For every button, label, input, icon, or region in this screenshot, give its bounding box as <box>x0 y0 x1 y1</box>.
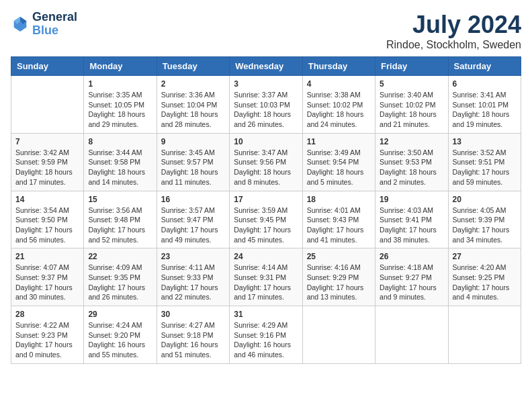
sunset-time: Sunset: 9:39 PM <box>453 216 505 224</box>
calendar-table: SundayMondayTuesdayWednesdayThursdayFrid… <box>11 56 521 364</box>
sunrise-time: Sunrise: 3:56 AM <box>88 206 142 214</box>
day-number: 17 <box>234 195 298 204</box>
week-row-1: 1Sunrise: 3:35 AMSunset: 10:05 PMDayligh… <box>11 76 521 134</box>
day-info: Sunrise: 4:07 AMSunset: 9:37 PMDaylight:… <box>15 263 79 302</box>
daylight-hours: Daylight: 18 hours and 5 minutes. <box>307 168 364 186</box>
day-info: Sunrise: 3:38 AMSunset: 10:02 PMDaylight… <box>307 90 371 130</box>
day-cell: 9Sunrise: 3:45 AMSunset: 9:57 PMDaylight… <box>157 133 229 191</box>
sunrise-time: Sunrise: 4:05 AM <box>453 206 506 214</box>
daylight-hours: Daylight: 17 hours and 56 minutes. <box>15 226 73 244</box>
day-info: Sunrise: 4:20 AMSunset: 9:25 PMDaylight:… <box>453 263 517 302</box>
day-cell: 20Sunrise: 4:05 AMSunset: 9:39 PMDayligh… <box>448 191 521 248</box>
sunset-time: Sunset: 9:48 PM <box>88 216 140 224</box>
header-cell-sunday: Sunday <box>11 57 84 76</box>
day-info: Sunrise: 3:50 AMSunset: 9:53 PMDaylight:… <box>380 148 443 187</box>
daylight-hours: Daylight: 17 hours and 59 minutes. <box>453 168 510 186</box>
sunrise-time: Sunrise: 3:44 AM <box>88 148 142 156</box>
daylight-hours: Daylight: 17 hours and 9 minutes. <box>380 283 437 302</box>
calendar-body: 1Sunrise: 3:35 AMSunset: 10:05 PMDayligh… <box>11 76 521 364</box>
day-number: 29 <box>88 310 152 319</box>
sunset-time: Sunset: 9:56 PM <box>234 158 286 166</box>
sunrise-time: Sunrise: 3:50 AM <box>380 148 433 156</box>
day-number: 1 <box>88 79 152 89</box>
sunrise-time: Sunrise: 4:16 AM <box>307 263 361 271</box>
day-number: 28 <box>15 310 79 319</box>
day-cell: 10Sunrise: 3:47 AMSunset: 9:56 PMDayligh… <box>230 133 302 191</box>
sunset-time: Sunset: 9:27 PM <box>380 273 432 281</box>
title-block: July 2024 Rindoe, Stockholm, Sweden <box>386 11 521 51</box>
sunset-time: Sunset: 9:57 PM <box>161 158 214 166</box>
sunset-time: Sunset: 9:18 PM <box>161 331 214 339</box>
day-info: Sunrise: 4:11 AMSunset: 9:33 PMDaylight:… <box>161 263 225 302</box>
day-number: 5 <box>380 79 443 89</box>
day-number: 10 <box>234 137 298 146</box>
day-info: Sunrise: 3:36 AMSunset: 10:04 PMDaylight… <box>161 90 225 130</box>
daylight-hours: Daylight: 17 hours and 49 minutes. <box>161 226 218 244</box>
day-number: 15 <box>88 195 152 204</box>
week-row-3: 14Sunrise: 3:54 AMSunset: 9:50 PMDayligh… <box>11 191 521 248</box>
day-info: Sunrise: 4:14 AMSunset: 9:31 PMDaylight:… <box>234 263 298 302</box>
day-info: Sunrise: 4:01 AMSunset: 9:43 PMDaylight:… <box>307 205 371 245</box>
sunset-time: Sunset: 9:23 PM <box>15 331 68 339</box>
day-number: 18 <box>307 195 371 204</box>
day-cell: 11Sunrise: 3:49 AMSunset: 9:54 PMDayligh… <box>302 133 375 191</box>
logo: General Blue <box>11 11 77 38</box>
header-cell-saturday: Saturday <box>448 57 521 76</box>
daylight-hours: Daylight: 17 hours and 0 minutes. <box>15 340 73 359</box>
day-info: Sunrise: 3:42 AMSunset: 9:59 PMDaylight:… <box>15 148 79 187</box>
day-number: 31 <box>234 310 298 319</box>
daylight-hours: Daylight: 18 hours and 17 minutes. <box>15 168 73 186</box>
sunset-time: Sunset: 9:25 PM <box>453 273 505 281</box>
day-info: Sunrise: 3:37 AMSunset: 10:03 PMDaylight… <box>234 90 298 130</box>
day-cell: 6Sunrise: 3:41 AMSunset: 10:01 PMDayligh… <box>448 76 521 134</box>
sunrise-time: Sunrise: 4:14 AM <box>234 263 287 271</box>
sunset-time: Sunset: 9:58 PM <box>88 158 140 166</box>
day-cell: 24Sunrise: 4:14 AMSunset: 9:31 PMDayligh… <box>230 248 302 306</box>
day-number: 23 <box>161 252 225 261</box>
day-number: 2 <box>161 79 225 89</box>
sunrise-time: Sunrise: 3:57 AM <box>161 206 215 214</box>
sunset-time: Sunset: 9:45 PM <box>234 216 286 224</box>
day-info: Sunrise: 4:09 AMSunset: 9:35 PMDaylight:… <box>88 263 152 302</box>
day-info: Sunrise: 3:54 AMSunset: 9:50 PMDaylight:… <box>15 205 79 245</box>
daylight-hours: Daylight: 17 hours and 52 minutes. <box>88 226 145 244</box>
daylight-hours: Daylight: 18 hours and 21 minutes. <box>380 110 437 128</box>
day-cell: 16Sunrise: 3:57 AMSunset: 9:47 PMDayligh… <box>157 191 229 248</box>
day-cell: 31Sunrise: 4:29 AMSunset: 9:16 PMDayligh… <box>230 306 302 364</box>
sunset-time: Sunset: 9:43 PM <box>307 216 359 224</box>
daylight-hours: Daylight: 18 hours and 24 minutes. <box>307 110 364 128</box>
day-info: Sunrise: 3:45 AMSunset: 9:57 PMDaylight:… <box>161 148 225 187</box>
day-info: Sunrise: 3:56 AMSunset: 9:48 PMDaylight:… <box>88 205 152 245</box>
day-cell: 25Sunrise: 4:16 AMSunset: 9:29 PMDayligh… <box>302 248 375 306</box>
logo-line2: Blue <box>32 24 77 38</box>
sunset-time: Sunset: 9:54 PM <box>307 158 359 166</box>
day-cell: 14Sunrise: 3:54 AMSunset: 9:50 PMDayligh… <box>11 191 84 248</box>
day-info: Sunrise: 4:16 AMSunset: 9:29 PMDaylight:… <box>307 263 371 302</box>
day-number: 16 <box>161 195 225 204</box>
daylight-hours: Daylight: 17 hours and 41 minutes. <box>307 226 364 244</box>
day-info: Sunrise: 4:24 AMSunset: 9:20 PMDaylight:… <box>88 320 152 360</box>
sunrise-time: Sunrise: 4:20 AM <box>453 263 506 271</box>
sunrise-time: Sunrise: 4:27 AM <box>161 321 215 329</box>
sunset-time: Sunset: 9:59 PM <box>15 158 68 166</box>
day-info: Sunrise: 4:03 AMSunset: 9:41 PMDaylight:… <box>380 205 443 245</box>
sunrise-time: Sunrise: 4:09 AM <box>88 263 142 271</box>
sunset-time: Sunset: 9:50 PM <box>15 216 68 224</box>
sunset-time: Sunset: 9:33 PM <box>161 273 214 281</box>
daylight-hours: Daylight: 18 hours and 8 minutes. <box>234 168 291 186</box>
day-info: Sunrise: 3:35 AMSunset: 10:05 PMDaylight… <box>88 90 152 130</box>
day-info: Sunrise: 3:44 AMSunset: 9:58 PMDaylight:… <box>88 148 152 187</box>
day-cell: 21Sunrise: 4:07 AMSunset: 9:37 PMDayligh… <box>11 248 84 306</box>
month-year: July 2024 <box>386 11 521 39</box>
header-cell-friday: Friday <box>375 57 448 76</box>
day-info: Sunrise: 3:40 AMSunset: 10:02 PMDaylight… <box>380 90 443 130</box>
daylight-hours: Daylight: 16 hours and 55 minutes. <box>88 340 145 359</box>
location: Rindoe, Stockholm, Sweden <box>386 39 521 51</box>
sunrise-time: Sunrise: 3:37 AM <box>234 91 287 99</box>
daylight-hours: Daylight: 16 hours and 51 minutes. <box>161 340 218 359</box>
sunrise-time: Sunrise: 3:42 AM <box>15 148 69 156</box>
day-cell <box>11 76 84 134</box>
day-info: Sunrise: 3:59 AMSunset: 9:45 PMDaylight:… <box>234 205 298 245</box>
sunset-time: Sunset: 10:02 PM <box>307 101 363 109</box>
daylight-hours: Daylight: 16 hours and 46 minutes. <box>234 340 291 359</box>
